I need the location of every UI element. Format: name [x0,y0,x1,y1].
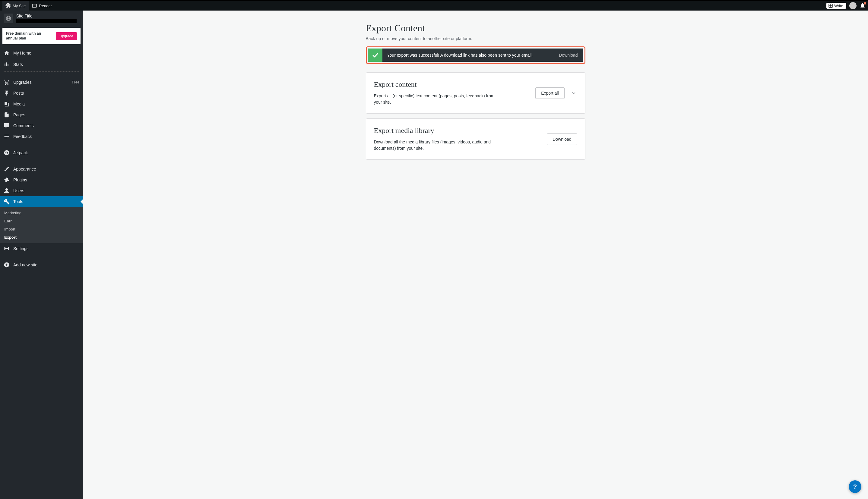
sidebar-item-settings[interactable]: Settings [0,243,83,254]
avatar[interactable] [849,2,857,9]
topbar-my-site[interactable]: My Site [2,1,29,11]
export-content-desc: Export all (or specific) text content (p… [374,93,501,106]
sub-item-import[interactable]: Import [0,225,83,233]
sidebar-item-comments[interactable]: Comments [0,120,83,131]
topbar-mysite-label: My Site [13,4,26,8]
sidebar-item-plugins[interactable]: Plugins [0,174,83,185]
notice-text: Your export was successful! A download l… [382,49,554,62]
sidebar-users-label: Users [13,188,24,193]
site-domain-redacted [16,19,76,23]
sidebar-media-label: Media [13,101,25,106]
jetpack-icon [4,150,10,156]
sidebar-home-label: My Home [13,51,31,56]
media-icon [4,101,10,107]
write-label: Write [834,4,843,8]
sub-item-export[interactable]: Export [0,233,83,241]
brush-icon [4,166,10,172]
user-icon [4,188,10,194]
globe-icon [4,14,13,23]
help-button[interactable]: ? [849,480,861,493]
sidebar-item-upgrades[interactable]: Upgrades Free [0,77,83,88]
sidebar-item-posts[interactable]: Posts [0,88,83,99]
page-subtitle: Back up or move your content to another … [366,36,585,41]
reader-icon [32,3,37,9]
sidebar-addsite-label: Add new site [13,263,37,267]
sidebar-item-feedback[interactable]: Feedback [0,131,83,142]
tools-submenu: Marketing Earn Import Export [0,207,83,243]
tools-icon [4,198,10,205]
success-notice-highlight: Your export was successful! A download l… [366,46,585,64]
export-media-card: Export media library Download all the me… [366,119,585,160]
sidebar-item-users[interactable]: Users [0,185,83,196]
upgrades-badge: Free [72,80,79,84]
sub-item-earn[interactable]: Earn [0,217,83,225]
check-icon [368,49,382,62]
sidebar-settings-label: Settings [13,246,29,251]
page-icon [4,112,10,118]
sidebar-stats-label: Stats [13,62,23,67]
svg-point-6 [4,150,9,156]
main-content: Export Content Back up or move your cont… [83,11,868,499]
site-title: Site Title [16,14,76,19]
upgrade-card: Free domain with an annual plan Upgrade [2,28,81,44]
sidebar-pages-label: Pages [13,112,25,117]
feedback-icon [4,133,10,139]
sidebar-posts-label: Posts [13,91,24,96]
pin-icon [4,90,10,96]
sidebar-item-stats[interactable]: Stats [0,59,83,70]
sidebar-item-jetpack[interactable]: Jetpack [0,147,83,158]
upgrade-button[interactable]: Upgrade [56,32,77,40]
sidebar-item-tools[interactable]: Tools [0,196,83,207]
sidebar-jetpack-label: Jetpack [13,150,28,155]
upgrade-text: Free domain with an annual plan [6,31,53,41]
stats-icon [4,61,10,68]
sidebar-item-media[interactable]: Media [0,99,83,109]
settings-icon [4,246,10,252]
sidebar-plugins-label: Plugins [13,178,27,182]
export-content-card: Export content Export all (or specific) … [366,72,585,113]
help-icon: ? [853,483,857,490]
chevron-down-icon[interactable] [570,89,577,97]
plus-circle-icon [4,262,10,268]
sidebar-appearance-label: Appearance [13,167,36,171]
export-content-title: Export content [374,81,536,88]
notice-download-link[interactable]: Download [554,49,583,62]
sidebar-item-pages[interactable]: Pages [0,109,83,120]
export-media-desc: Download all the media library files (im… [374,139,501,151]
topbar-reader[interactable]: Reader [29,1,55,11]
sidebar-comments-label: Comments [13,123,34,128]
wordpress-icon [5,3,11,9]
sidebar-item-home[interactable]: My Home [0,47,83,59]
sidebar-feedback-label: Feedback [13,134,32,139]
sub-item-marketing[interactable]: Marketing [0,209,83,217]
site-switcher[interactable]: Site Title [0,11,83,26]
sidebar-item-appearance[interactable]: Appearance [0,163,83,174]
comment-icon [4,123,10,129]
cart-icon [4,79,10,85]
download-media-button[interactable]: Download [547,133,577,145]
notifications-icon[interactable] [859,3,866,9]
page-title: Export Content [366,23,585,34]
notification-dot [864,2,866,4]
write-button[interactable]: Write [827,3,846,9]
sidebar-upgrades-label: Upgrades [13,80,32,85]
home-icon [4,50,10,56]
export-all-button[interactable]: Export all [535,87,564,99]
plugin-icon [4,177,10,183]
sidebar: Site Title Free domain with an annual pl… [0,11,83,499]
success-notice: Your export was successful! A download l… [368,49,583,62]
sidebar-tools-label: Tools [13,199,23,204]
sidebar-item-add-site[interactable]: Add new site [0,259,83,270]
svg-rect-0 [33,4,37,8]
topbar-reader-label: Reader [39,4,52,8]
export-media-title: Export media library [374,126,547,135]
